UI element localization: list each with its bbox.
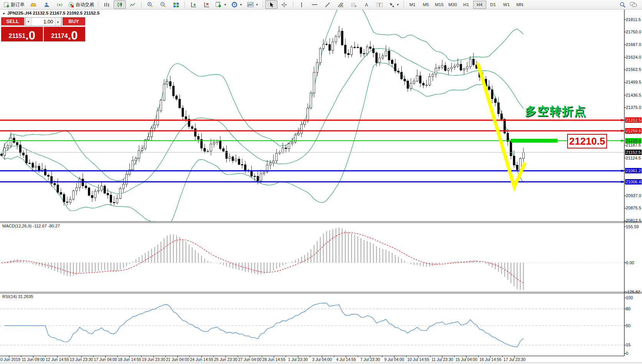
price-badge: 21259.6 <box>625 128 642 133</box>
chart-title-text: JPN225-,H4 21132.5 21167.5 21092.5 21152… <box>7 11 99 15</box>
price-tick: 21562.5 <box>626 67 641 72</box>
rsi-tick: 0 <box>626 351 628 356</box>
rsi-label: RSI(14) 31.2635 <box>2 294 33 299</box>
price-badge: 21152.5 <box>625 150 642 155</box>
time-tick: 15 Jul 04:00 <box>456 357 477 362</box>
rsi-tick: 80 <box>626 306 630 311</box>
time-tick: 9 Jul 04:00 <box>385 357 404 362</box>
time-tick: 3 Jul 04:00 <box>312 357 332 362</box>
time-tick: 11 Jun 09:00 <box>22 357 45 362</box>
turning-point-annotation: 多空转折点 <box>525 104 586 119</box>
time-tick: 24 Jun 14:55 <box>190 357 213 362</box>
rsi-tick: 50 <box>626 323 630 328</box>
level-price-callout: 21210.5 <box>567 134 607 148</box>
rsi-tick: 100 <box>626 295 633 300</box>
time-tick: 25 Jun 23:30 <box>214 357 238 362</box>
candles <box>1 26 525 206</box>
price-tick: 21687.0 <box>626 42 641 47</box>
macd-tick: -125.82 <box>626 290 640 294</box>
price-badge: 21210.5 <box>625 138 642 143</box>
sell-price-decimal: .0 <box>25 31 35 41</box>
buy-price-decimal: .0 <box>68 31 78 41</box>
time-tick: 18 Jun 14:55 <box>118 357 141 362</box>
price-badge: 21006.4 <box>625 179 642 184</box>
green-zone-drawing <box>511 139 558 143</box>
time-tick: 27 Jun 04:00 <box>238 357 262 362</box>
chart-title: ▲ JPN225-,H4 21132.5 21167.5 21092.5 211… <box>2 11 99 15</box>
rsi-tick: 15 <box>626 343 630 347</box>
time-tick: 11 Jul 23:30 <box>431 357 453 362</box>
volume-stepper: ▼ ▲ <box>25 17 62 26</box>
time-tick: 17 Jun 04:00 <box>94 357 117 362</box>
time-tick: 10 Jul 14:55 <box>407 357 429 362</box>
time-tick: 16 Jul 14:55 <box>479 357 501 362</box>
chart-canvas[interactable] <box>0 0 642 364</box>
volume-input[interactable] <box>32 18 55 26</box>
sell-price-main: 21151 <box>9 33 26 41</box>
price-badge: 21312.5 <box>625 117 642 123</box>
time-tick: 28 Jun 14:55 <box>262 357 286 362</box>
time-tick: 17 Jul 23:30 <box>503 357 525 362</box>
buy-button[interactable]: BUY <box>63 17 86 26</box>
volume-increase-button[interactable]: ▲ <box>55 18 61 26</box>
time-tick: 10 Jun 2019 <box>0 357 20 362</box>
price-tick: 21124.5 <box>626 156 641 160</box>
time-tick: 12 Jun 14:55 <box>46 357 69 362</box>
time-tick: 7 Jul 23:30 <box>360 357 380 362</box>
time-tick: 19 Jun 23:30 <box>142 357 165 362</box>
time-tick: 1 Jul 23:30 <box>288 357 308 362</box>
sell-button[interactable]: SELL <box>1 17 24 26</box>
price-tick: 21811.5 <box>626 17 641 22</box>
price-tick: 21187.5 <box>626 143 641 147</box>
sell-price-box[interactable]: 21151 .0 <box>1 27 43 41</box>
volume-decrease-button[interactable]: ▼ <box>25 18 32 26</box>
price-badge: 21061.2 <box>625 168 642 173</box>
price-tick: 21436.5 <box>626 93 641 97</box>
price-tick: 20937.0 <box>626 193 641 198</box>
time-tick: 4 Jul 14:55 <box>336 357 356 362</box>
buy-price-main: 21174 <box>51 33 68 41</box>
macd-tick: 155.59 <box>626 224 639 229</box>
price-tick: 21375.0 <box>626 105 641 110</box>
price-tick: 21624.0 <box>626 55 641 59</box>
price-tick: 21750.0 <box>626 30 641 34</box>
price-tick: 20875.5 <box>626 206 641 210</box>
mt4-window: 新订单 自动交易 ▼ ▼ ▼ E F A T ▼ M <box>0 0 642 364</box>
time-tick: 21 Jun 04:00 <box>166 357 190 362</box>
symbol-triangle-icon: ▲ <box>2 12 5 15</box>
buy-price-box[interactable]: 21174 .0 <box>44 27 86 41</box>
macd-tick: 0.00 <box>626 260 634 265</box>
macd-label: MACD(12,26,9) -112.67 -80.27 <box>2 224 60 228</box>
price-tick: 21499.5 <box>626 80 641 84</box>
time-tick: 13 Jun 23:30 <box>70 357 93 362</box>
one-click-trading-panel: SELL ▼ ▲ BUY 21151 .0 21174 .0 <box>1 17 85 41</box>
price-tick: 20812.5 <box>626 218 641 223</box>
